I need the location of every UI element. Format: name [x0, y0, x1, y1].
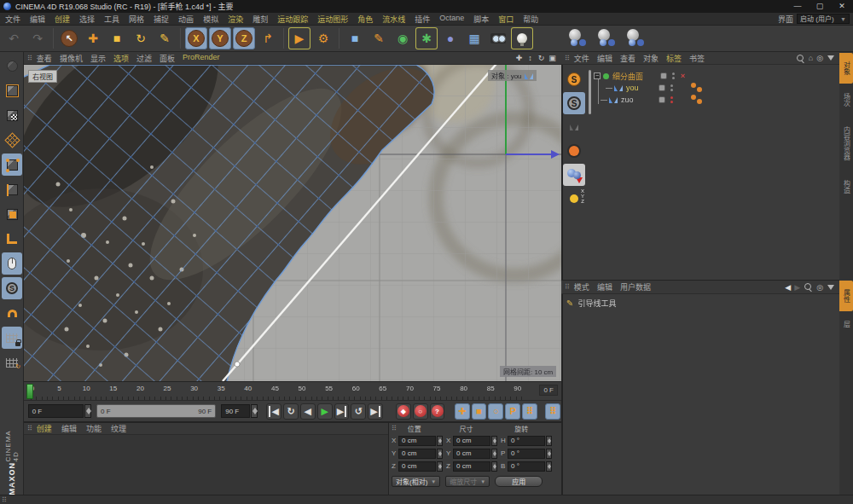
play-button[interactable]: ▶ — [317, 403, 333, 420]
menu-item-运动跟踪[interactable]: 运动跟踪 — [277, 14, 308, 25]
menu-item-角色[interactable]: 角色 — [357, 14, 373, 25]
make-editable-button[interactable] — [2, 55, 22, 77]
stepper[interactable] — [546, 436, 552, 446]
panel-handle-icon[interactable]: ⠿ — [565, 283, 570, 291]
menu-item-网格[interactable]: 网格 — [129, 14, 144, 25]
menu-item-模拟[interactable]: 模拟 — [203, 14, 218, 25]
menu-item-帮助[interactable]: 帮助 — [523, 14, 538, 25]
visibility-toggle-icon[interactable] — [659, 96, 665, 103]
menu-item-ProRender[interactable]: ProRender — [183, 53, 220, 64]
menu-item-编辑[interactable]: 编辑 — [597, 281, 612, 293]
home-icon[interactable]: ⌂ — [809, 54, 813, 62]
object-row-zuo[interactable]: zuo — [601, 94, 639, 106]
stepper[interactable] — [491, 436, 497, 446]
filter-icon[interactable] — [827, 285, 834, 290]
position-z-field[interactable]: 0 cm — [398, 461, 436, 472]
play-mode-button[interactable]: ↻ — [283, 403, 299, 420]
undo-icon[interactable]: ↶ — [3, 27, 25, 49]
visibility-dots[interactable] — [672, 72, 675, 80]
menu-item-渲染[interactable]: 渲染 — [228, 14, 243, 25]
edges-mode-button[interactable] — [2, 178, 22, 200]
loop-button[interactable]: ↺ — [351, 403, 366, 420]
interface-dropdown[interactable]: 启动 (用户)▼ — [797, 14, 850, 24]
menu-item-动画[interactable]: 动画 — [178, 14, 194, 25]
panel-tab-构造[interactable]: 构造 — [839, 174, 853, 200]
enable-axis-button[interactable] — [2, 228, 22, 250]
menu-item-过滤[interactable]: 过滤 — [136, 53, 152, 64]
goto-start-button[interactable]: ◀ — [266, 403, 281, 420]
history-forward-icon[interactable]: ▶ — [794, 283, 800, 292]
menu-item-捕捉[interactable]: 捕捉 — [154, 14, 169, 25]
primitive-cube-button[interactable]: ■ — [344, 27, 366, 49]
end-frame-field[interactable]: 90 F — [221, 404, 250, 418]
s-orange-icon[interactable]: S — [563, 68, 585, 90]
object-name[interactable]: zuo — [621, 96, 634, 104]
tweak-mode-button[interactable] — [2, 252, 22, 275]
rotation-h-field[interactable]: 0 ° — [508, 436, 545, 446]
model-mode-button[interactable] — [2, 79, 22, 101]
generator-disabled-icon[interactable]: × — [681, 72, 685, 80]
menu-item-文件[interactable]: 文件 — [5, 14, 20, 25]
camera-button[interactable] — [487, 27, 509, 49]
menu-item-选择[interactable]: 选择 — [79, 14, 95, 25]
menu-item-工具[interactable]: 工具 — [104, 14, 119, 25]
timeline-ruler[interactable]: 051015202530354045505560657075808590 0 F — [24, 381, 561, 401]
stepper[interactable] — [437, 449, 443, 459]
close-button[interactable]: ✕ — [831, 0, 853, 13]
next-frame-button[interactable]: ▶ — [334, 403, 350, 420]
menu-item-创建[interactable]: 创建 — [55, 14, 70, 25]
menu-item-雕刻[interactable]: 雕刻 — [252, 14, 268, 25]
active-tool-row[interactable]: ✎ 引导线工具 — [561, 296, 839, 310]
position-x-field[interactable]: 0 cm — [398, 436, 436, 446]
menu-item-插件[interactable]: 插件 — [415, 14, 430, 25]
selection-tags[interactable] — [691, 83, 705, 93]
xyz-axis-icon[interactable]: XYZ — [563, 188, 585, 210]
menu-item-标签[interactable]: 标签 — [666, 53, 682, 64]
visibility-toggle-icon[interactable] — [660, 72, 667, 79]
object-name[interactable]: you — [626, 84, 639, 92]
search-icon[interactable] — [804, 283, 812, 291]
render-settings-button[interactable]: ⚙ — [312, 27, 334, 49]
menu-item-纹理[interactable]: 纹理 — [111, 423, 126, 434]
size-x-field[interactable]: 0 cm — [453, 436, 490, 446]
eye-icon[interactable]: ◎ — [816, 54, 823, 62]
keyframe-selection-button[interactable]: ? — [430, 403, 445, 420]
panel-tab-对象[interactable]: 对象 — [839, 53, 853, 84]
visibility-dots[interactable] — [670, 96, 673, 104]
texture-mode-button[interactable] — [2, 104, 22, 126]
menu-item-显示[interactable]: 显示 — [90, 53, 106, 64]
menu-item-文件[interactable]: 文件 — [574, 53, 589, 64]
end-frame-stepper[interactable] — [251, 404, 258, 418]
light-button[interactable] — [511, 27, 533, 49]
size-z-field[interactable]: 0 cm — [453, 461, 490, 472]
key-parameter-toggle[interactable]: P — [505, 403, 520, 420]
toggle-view-icon[interactable]: ▣ — [547, 53, 558, 63]
panel-handle-icon[interactable]: ⠿ — [27, 425, 32, 432]
panel-handle-icon[interactable]: ⠿ — [392, 425, 397, 432]
viewport-canvas[interactable] — [24, 65, 561, 381]
snap-button[interactable] — [2, 302, 22, 324]
workplane-mode-button[interactable] — [2, 129, 22, 151]
autokey-button[interactable]: ○ — [413, 403, 428, 420]
pan-view-icon[interactable]: ✚ — [514, 53, 525, 63]
object-row-subdivision[interactable]: − 细分曲面 × — [594, 70, 648, 82]
start-frame-field[interactable]: 0 F — [28, 404, 84, 418]
visibility-dots[interactable] — [670, 84, 673, 92]
stepper[interactable] — [437, 461, 443, 472]
menu-item-脚本[interactable]: 脚本 — [473, 14, 489, 25]
menu-item-编辑[interactable]: 编辑 — [597, 53, 612, 64]
minimize-button[interactable]: — — [786, 0, 809, 13]
menu-item-Octane[interactable]: Octane — [439, 14, 464, 25]
lock-y-axis-button[interactable]: Y — [209, 27, 231, 49]
rotate-view-icon[interactable]: ↻ — [536, 53, 547, 63]
solo-icon[interactable] — [563, 140, 585, 162]
lock-z-axis-button[interactable]: Z — [233, 27, 255, 49]
menu-item-查看[interactable]: 查看 — [37, 53, 52, 64]
current-frame-marker[interactable] — [26, 384, 33, 399]
menu-item-创建[interactable]: 创建 — [37, 423, 52, 434]
rotate-tool[interactable]: ↻ — [130, 27, 152, 49]
workplane-align-button[interactable]: ↻ — [2, 351, 22, 374]
coordinate-system-button[interactable]: ↱ — [257, 27, 279, 49]
s-gray-icon[interactable]: S — [563, 92, 585, 114]
drop-to-floor-icon[interactable] — [563, 164, 585, 186]
